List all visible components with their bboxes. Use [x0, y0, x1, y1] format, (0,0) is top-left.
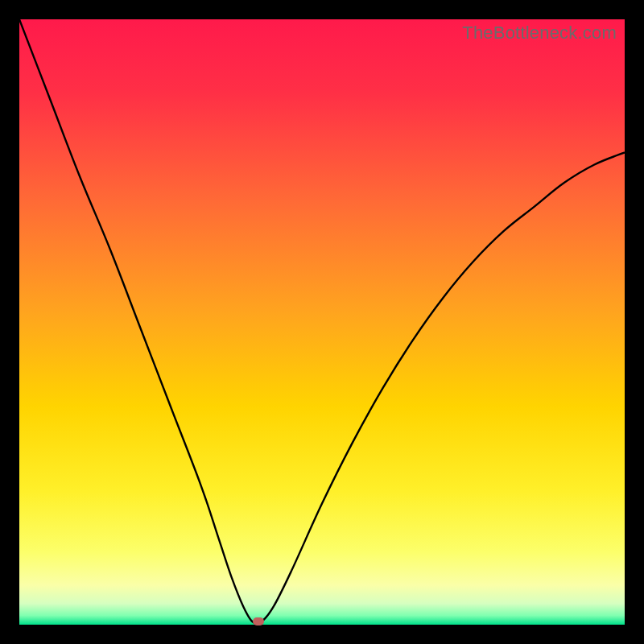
watermark-text: TheBottleneck.com: [462, 23, 617, 43]
optimal-point-marker: [253, 617, 264, 625]
bottleneck-plot: [19, 19, 625, 625]
gradient-background: [19, 19, 625, 625]
chart-frame: TheBottleneck.com: [19, 19, 625, 625]
